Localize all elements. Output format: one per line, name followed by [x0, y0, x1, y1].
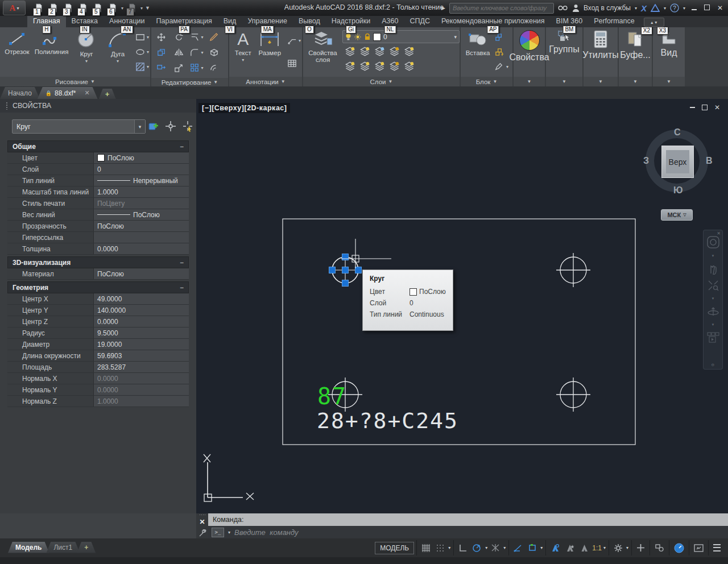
property-value[interactable]: 140.0000: [94, 305, 189, 316]
commandline-grip[interactable]: [199, 514, 206, 516]
polyline-button[interactable]: Полилиния: [34, 27, 69, 77]
tab-вид[interactable]: ВидVI: [218, 16, 242, 27]
quick-select-button[interactable]: [181, 119, 195, 132]
panel-label-annotation[interactable]: Аннотации▼: [229, 77, 302, 86]
tab-главная[interactable]: ГлавнаяH: [27, 16, 66, 27]
panel-label-layers[interactable]: Слои▼: [303, 77, 460, 86]
orbit-icon[interactable]: [707, 306, 719, 317]
panel-properties[interactable]: Свойства ▼: [514, 27, 545, 86]
navigation-bar[interactable]: ✕ ▾ ▾ ▾ ⊖: [703, 230, 723, 370]
leader-button[interactable]: ▾: [287, 35, 301, 46]
property-value[interactable]: ПоЦвету: [94, 198, 189, 209]
chevron-down-icon[interactable]: ▾: [712, 322, 714, 327]
property-value[interactable]: Непрерывный: [94, 175, 189, 186]
chevron-down-icon[interactable]: ▾: [134, 120, 145, 133]
layer-merge-button[interactable]: [404, 61, 415, 72]
minimize-button[interactable]: [689, 4, 698, 12]
cad-text-formula[interactable]: 28+?8+C245: [317, 408, 458, 433]
mirror-button[interactable]: [173, 47, 184, 58]
property-value[interactable]: 1.0000: [94, 396, 189, 407]
viewcube-top-face[interactable]: Верх: [661, 146, 694, 178]
object-snap-button[interactable]: [526, 542, 539, 553]
panel-utilities[interactable]: Утилиты ▼: [584, 27, 618, 86]
chevron-down-icon[interactable]: ▾: [140, 6, 143, 11]
circle-button[interactable]: Круг ▾: [71, 27, 102, 77]
viewcube-south[interactable]: Ю: [673, 185, 683, 196]
open-button[interactable]: 2: [46, 1, 61, 15]
clean-screen-button[interactable]: [692, 543, 705, 553]
tab-вывод[interactable]: ВыводO: [293, 16, 326, 27]
full-navigation-wheel-icon[interactable]: [707, 236, 719, 248]
pan-hand-icon[interactable]: [708, 263, 719, 275]
tab-performance[interactable]: Performance: [588, 16, 640, 27]
close-tab-icon[interactable]: ✕: [84, 89, 89, 97]
doc-restore-icon[interactable]: [702, 105, 708, 110]
table-button[interactable]: [287, 58, 301, 69]
commandline-close-icon[interactable]: ✕: [199, 518, 205, 526]
tab-параметризация[interactable]: ПараметризацияPA: [151, 16, 218, 27]
chevron-down-icon[interactable]: ▾: [712, 296, 714, 301]
collapse-section-icon[interactable]: −: [180, 143, 184, 151]
explode-button[interactable]: [209, 47, 220, 58]
model-tab[interactable]: Модель: [8, 542, 49, 553]
exchange-apps-icon[interactable]: X: [641, 3, 647, 13]
chevron-down-icon[interactable]: ▾: [683, 6, 685, 11]
chevron-down-icon[interactable]: ▾: [503, 545, 506, 550]
layer-isolate-button[interactable]: [345, 61, 355, 72]
app-menu-button[interactable]: A ▾: [3, 1, 26, 15]
property-value[interactable]: 0.0000: [94, 373, 189, 384]
array-button[interactable]: ▾: [189, 63, 203, 73]
graphics-performance-button[interactable]: [672, 542, 686, 554]
expand-search-icon[interactable]: ▶: [441, 5, 445, 11]
autoscale-annotations-button[interactable]: [564, 542, 577, 554]
layer-match-button[interactable]: [359, 46, 370, 57]
model-space-button[interactable]: МОДЕЛЬ: [375, 542, 414, 554]
section-header[interactable]: 3D-визуализация−: [7, 256, 189, 268]
property-value[interactable]: 49.0000: [94, 293, 189, 304]
save-button[interactable]: 3: [61, 1, 76, 15]
chevron-down-icon[interactable]: ▾: [228, 530, 230, 535]
erase-button[interactable]: [209, 32, 220, 43]
customization-menu-button[interactable]: [712, 543, 722, 553]
layer-state-button[interactable]: [404, 46, 415, 57]
tab-управление[interactable]: УправлениеMA: [242, 16, 293, 27]
chevron-down-icon[interactable]: ▾: [121, 6, 123, 11]
text-button[interactable]: A Текст ▾: [232, 27, 254, 77]
layout1-tab[interactable]: Лист1: [46, 542, 80, 553]
block-attach-button[interactable]: [494, 47, 508, 57]
tab-аннотации[interactable]: АннотацииAN: [104, 16, 150, 27]
chevron-down-icon[interactable]: ▾: [664, 6, 666, 11]
object-type-combo[interactable]: Круг ▾: [12, 119, 146, 134]
close-button[interactable]: ✕: [715, 4, 725, 12]
palette-header[interactable]: СВОЙСТВА: [0, 99, 196, 113]
annotation-visibility-button[interactable]: [549, 542, 562, 554]
panel-label-modify[interactable]: Редактирование▼: [151, 78, 228, 86]
qnew-button[interactable]: 1: [31, 1, 46, 15]
property-value[interactable]: 0: [94, 164, 189, 175]
property-value[interactable]: [94, 232, 189, 243]
help-search-input[interactable]: [449, 3, 554, 14]
layer-unlock-button[interactable]: [389, 61, 400, 72]
plot-button[interactable]: 5: [90, 1, 105, 15]
help-icon[interactable]: ?: [670, 3, 679, 13]
command-input-line[interactable]: >_ ▾ Введите команду: [208, 526, 728, 538]
property-value[interactable]: 19.0000: [94, 339, 189, 350]
toggle-pickadd-button[interactable]: [147, 119, 160, 132]
layer-select-combo[interactable]: 0 ▾: [342, 30, 460, 43]
chevron-down-icon[interactable]: ▾: [626, 545, 628, 550]
doc-close-icon[interactable]: ✕: [714, 103, 720, 111]
dimension-button[interactable]: Размер: [257, 27, 283, 77]
panel-label-block[interactable]: Блок▼: [461, 77, 512, 86]
annotation-scale-value[interactable]: 1:1: [592, 544, 602, 552]
navbar-close-icon[interactable]: ✕: [717, 231, 721, 236]
palette-grip[interactable]: [6, 102, 8, 110]
ellipse-button[interactable]: ▾: [135, 47, 149, 57]
annotation-scale-button[interactable]: [578, 542, 590, 554]
collapse-icon[interactable]: ⊖: [712, 363, 715, 367]
chevron-down-icon[interactable]: ▾: [540, 545, 543, 550]
qat-menu-icon[interactable]: ▼: [145, 5, 150, 11]
file-tab-88-dxf-[interactable]: 🔒88.dxf*✕: [38, 87, 98, 99]
search-communication-icon[interactable]: [558, 4, 568, 12]
chevron-down-icon[interactable]: ▾: [448, 545, 450, 550]
layer-properties-button[interactable]: Свойстваслоя: [305, 27, 340, 77]
